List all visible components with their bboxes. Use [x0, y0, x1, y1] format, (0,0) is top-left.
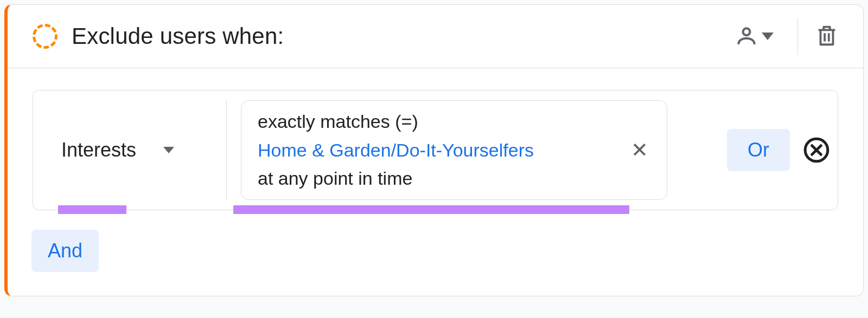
- dimension-label: Interests: [61, 139, 136, 161]
- trash-icon: [814, 21, 839, 49]
- svg-point-0: [743, 28, 750, 35]
- chevron-down-icon: [762, 33, 774, 40]
- card-body: Interests exactly matches (=) Home & Gar…: [8, 68, 863, 296]
- clear-value-button[interactable]: ✕: [619, 140, 660, 160]
- card-header: Exclude users when:: [8, 5, 863, 68]
- chip-text: exactly matches (=) Home & Garden/Do-It-…: [258, 107, 619, 193]
- chevron-down-icon: [163, 147, 174, 153]
- dimension-dropdown[interactable]: Interests: [42, 139, 221, 161]
- value-text: Home & Garden/Do-It-Yourselfers: [258, 136, 619, 165]
- timeframe-text: at any point in time: [258, 164, 619, 193]
- remove-condition-button[interactable]: [803, 137, 830, 164]
- highlight-underline: [233, 205, 629, 214]
- scope-dropdown[interactable]: [729, 21, 779, 51]
- condition-value-chip[interactable]: exactly matches (=) Home & Garden/Do-It-…: [241, 100, 667, 200]
- highlight-underline: [58, 205, 126, 214]
- header-title: Exclude users when:: [72, 23, 715, 49]
- separator: [226, 100, 227, 200]
- person-icon: [735, 24, 758, 48]
- and-button[interactable]: And: [31, 230, 99, 272]
- header-actions: [729, 18, 841, 55]
- exclude-icon: [33, 24, 58, 49]
- delete-button[interactable]: [812, 19, 841, 54]
- or-button[interactable]: Or: [727, 129, 790, 171]
- close-icon: ✕: [631, 139, 648, 161]
- condition-row: Interests exactly matches (=) Home & Gar…: [33, 90, 838, 210]
- exclude-condition-card: Exclude users when: Interests: [4, 4, 864, 296]
- cancel-circle-icon: [803, 137, 830, 164]
- operator-text: exactly matches (=): [258, 107, 619, 136]
- separator: [797, 18, 798, 55]
